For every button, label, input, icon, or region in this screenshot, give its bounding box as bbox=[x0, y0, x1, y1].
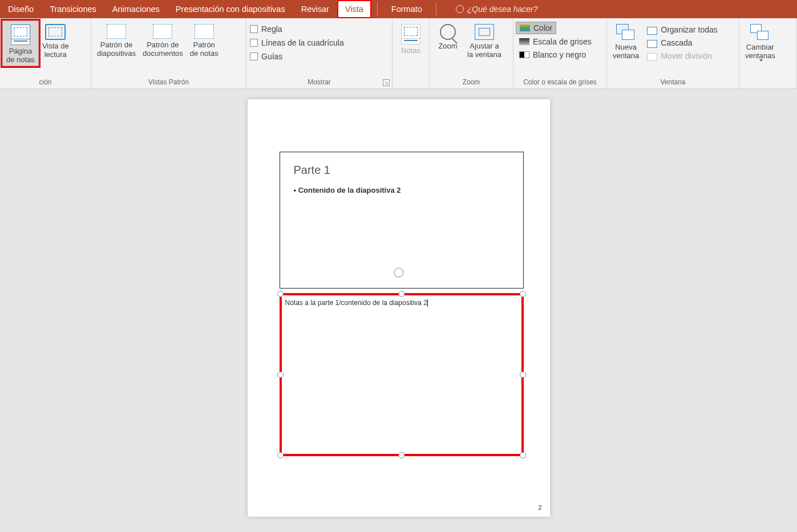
tell-me-search[interactable]: ¿Qué desea hacer? bbox=[442, 0, 538, 18]
guias-checkbox[interactable]: Guías bbox=[249, 50, 284, 63]
group-title: Mostrar bbox=[246, 78, 392, 88]
checkbox-label: Guías bbox=[261, 52, 282, 61]
button-label: Patrón de documentos bbox=[143, 41, 183, 58]
tab-transiciones[interactable]: Transiciones bbox=[42, 0, 104, 18]
color-mode-grayscale[interactable]: Escala de grises bbox=[516, 36, 595, 47]
cuadricula-checkbox[interactable]: Líneas de la cuadrícula bbox=[249, 36, 345, 49]
notes-page-icon-lower bbox=[11, 39, 30, 45]
tab-vista[interactable]: Vista bbox=[337, 0, 371, 18]
new-window-icon bbox=[616, 24, 636, 41]
arrange-all-icon bbox=[647, 27, 657, 35]
group-title: Color o escala de grises bbox=[513, 78, 606, 88]
regla-checkbox[interactable]: Regla bbox=[249, 23, 284, 35]
button-label: Nueva ventana bbox=[613, 43, 639, 60]
ribbon: Página de notas Vista de lectura ción Pa… bbox=[0, 18, 797, 89]
checkbox-box-icon bbox=[250, 39, 258, 47]
button-label: Vista de lectura bbox=[42, 42, 69, 59]
patron-notas-button[interactable]: Patrón de notas bbox=[187, 21, 222, 59]
color-mode-color[interactable]: Color bbox=[516, 22, 556, 34]
tab-animaciones[interactable]: Animaciones bbox=[104, 0, 168, 18]
slide-master-icon bbox=[107, 24, 126, 39]
button-label: Cambiar ventanas bbox=[745, 43, 775, 60]
cascada-button[interactable]: Cascada bbox=[645, 37, 720, 48]
notas-pane-button[interactable]: Notas bbox=[395, 21, 427, 56]
checkbox-box-icon bbox=[250, 25, 258, 33]
checkbox-label: Líneas de la cuadrícula bbox=[261, 38, 344, 47]
color-label: Blanco y negro bbox=[533, 50, 586, 59]
zoom-button[interactable]: Zoom bbox=[432, 21, 464, 52]
group-title: Zoom bbox=[430, 78, 513, 88]
dialog-launcher-icon[interactable]: ↘ bbox=[383, 79, 390, 86]
tab-revisar[interactable]: Revisar bbox=[293, 0, 337, 18]
color-label: Color bbox=[533, 23, 552, 33]
move-split-icon bbox=[647, 53, 657, 61]
tab-formato[interactable]: Formato bbox=[383, 0, 430, 18]
cambiar-ventanas-dropdown[interactable]: Cambiar ventanas bbox=[742, 21, 779, 64]
notes-master-icon bbox=[195, 24, 214, 39]
patron-documentos-button[interactable]: Patrón de documentos bbox=[139, 21, 187, 59]
button-label: Patrón de diapositivas bbox=[97, 41, 136, 58]
notes-page-icon bbox=[11, 25, 30, 39]
bw-chip-icon bbox=[519, 51, 529, 58]
group-title: ción bbox=[0, 78, 91, 88]
button-label: Patrón de notas bbox=[190, 41, 219, 58]
tab-presentacion[interactable]: Presentación con diapositivas bbox=[168, 0, 293, 18]
notes-pane-icon bbox=[401, 24, 420, 39]
checkbox-box-icon bbox=[250, 52, 258, 60]
ribbon-tabbar: Diseño Transiciones Animaciones Presenta… bbox=[0, 0, 797, 18]
color-label: Escala de grises bbox=[533, 37, 592, 46]
button-label: Ajustar a la ventana bbox=[467, 42, 501, 59]
checkbox-label: Regla bbox=[261, 25, 282, 34]
small-button-label: Cascada bbox=[661, 38, 692, 47]
mover-division-button[interactable]: Mover división bbox=[645, 50, 720, 62]
cascade-icon bbox=[647, 40, 657, 48]
small-button-label: Organizar todas bbox=[661, 25, 718, 34]
nueva-ventana-button[interactable]: Nueva ventana bbox=[609, 21, 642, 62]
patron-diapositivas-button[interactable]: Patrón de diapositivas bbox=[94, 21, 139, 59]
reading-view-icon bbox=[45, 24, 66, 40]
group-title: Ventana bbox=[607, 78, 739, 88]
vista-lectura-button[interactable]: Vista de lectura bbox=[39, 21, 72, 60]
button-label: Notas bbox=[401, 47, 420, 55]
group-title: Vistas Patrón bbox=[91, 78, 246, 88]
gray-chip-icon bbox=[519, 38, 529, 45]
button-label: Página de notas bbox=[6, 47, 35, 64]
tell-me-placeholder: ¿Qué desea hacer? bbox=[467, 5, 538, 14]
color-chip-icon bbox=[520, 25, 530, 31]
handout-master-icon bbox=[153, 24, 172, 39]
zoom-icon bbox=[440, 24, 456, 40]
tab-diseno[interactable]: Diseño bbox=[0, 0, 42, 18]
small-button-label: Mover división bbox=[661, 51, 711, 60]
switch-window-icon bbox=[750, 24, 770, 41]
bulb-icon bbox=[456, 5, 464, 13]
fit-window-icon bbox=[475, 24, 494, 40]
notes-pane-icon-lower bbox=[401, 39, 420, 44]
organizar-todas-button[interactable]: Organizar todas bbox=[645, 24, 720, 35]
ajustar-ventana-button[interactable]: Ajustar a la ventana bbox=[464, 21, 505, 60]
pagina-de-notas-button[interactable]: Página de notas bbox=[2, 21, 39, 66]
button-label: Zoom bbox=[438, 42, 457, 51]
color-mode-bw[interactable]: Blanco y negro bbox=[516, 49, 589, 60]
